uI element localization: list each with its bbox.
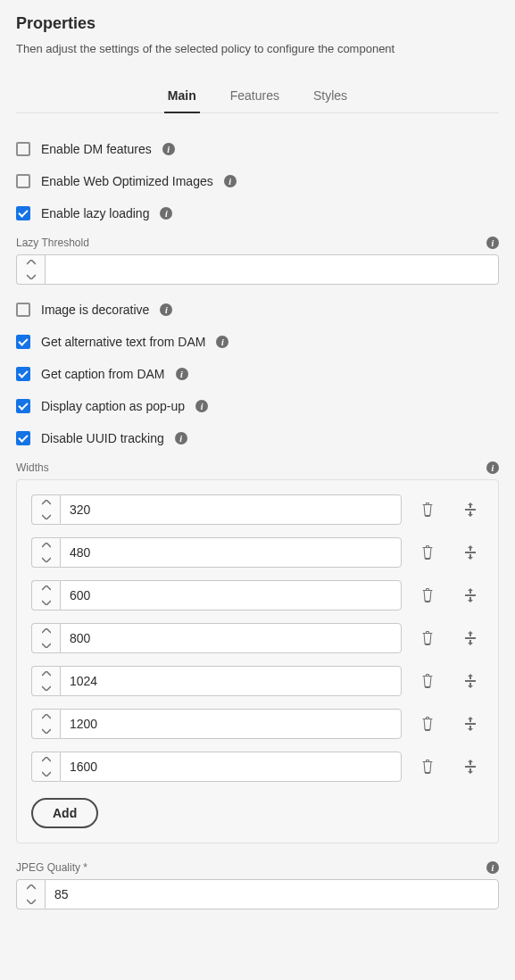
delete-button[interactable] [419, 759, 436, 775]
reorder-icon [462, 544, 478, 561]
width-input[interactable] [60, 623, 402, 653]
stepper-up-button[interactable] [32, 495, 60, 510]
chevron-up-icon [42, 714, 51, 719]
row-enable-lazy: Enable lazy loading i [16, 197, 499, 229]
stepper-down-button[interactable] [32, 595, 60, 610]
stepper-up-button[interactable] [32, 710, 60, 724]
delete-button[interactable] [419, 673, 436, 689]
delete-button[interactable] [419, 544, 436, 561]
chevron-up-icon [42, 500, 51, 505]
page-title: Properties [16, 14, 499, 33]
stepper-down-button[interactable] [32, 510, 60, 524]
info-icon[interactable]: i [224, 175, 237, 187]
checkbox-enable-lazy[interactable] [16, 206, 30, 220]
stepper-buttons [31, 537, 60, 568]
width-input[interactable] [60, 752, 402, 782]
checkbox-enable-web-opt[interactable] [16, 174, 30, 188]
stepper-down-button[interactable] [32, 638, 60, 652]
width-row [31, 709, 484, 739]
stepper-up-button[interactable] [32, 624, 60, 638]
reorder-icon [462, 630, 478, 646]
info-icon[interactable]: i [486, 461, 499, 474]
info-icon[interactable]: i [486, 237, 499, 249]
info-icon[interactable]: i [216, 336, 228, 348]
tab-features[interactable]: Features [227, 81, 283, 113]
stepper-up-button[interactable] [32, 667, 60, 681]
checkbox-caption-popup[interactable] [16, 399, 30, 413]
stepper-down-button[interactable] [32, 552, 60, 567]
row-caption-popup: Display caption as pop-up i [16, 390, 499, 422]
stepper-up-button[interactable] [32, 581, 60, 595]
label-disable-uuid: Disable UUID tracking [41, 431, 164, 445]
chevron-down-icon [42, 557, 51, 562]
delete-button[interactable] [419, 630, 436, 646]
delete-button[interactable] [419, 716, 436, 732]
width-input[interactable] [60, 580, 402, 610]
stepper-up-button[interactable] [17, 255, 45, 270]
stepper-buttons [16, 879, 45, 909]
checkbox-disable-uuid[interactable] [16, 431, 30, 445]
delete-button[interactable] [419, 502, 436, 518]
reorder-button[interactable] [462, 544, 478, 561]
trash-icon [419, 587, 436, 603]
width-input[interactable] [60, 494, 402, 525]
info-icon[interactable]: i [176, 368, 188, 380]
reorder-icon [462, 759, 478, 775]
checkbox-enable-dm[interactable] [16, 142, 30, 156]
stepper-up-button[interactable] [32, 752, 60, 767]
width-stepper [31, 752, 402, 782]
lazy-threshold-label: Lazy Threshold [16, 237, 89, 249]
chevron-down-icon [42, 514, 51, 519]
chevron-down-icon [42, 643, 51, 648]
label-decorative: Image is decorative [41, 303, 149, 317]
reorder-button[interactable] [462, 587, 478, 603]
info-icon[interactable]: i [160, 303, 172, 316]
stepper-buttons [31, 666, 60, 696]
stepper-down-button[interactable] [17, 894, 45, 909]
stepper-buttons [16, 254, 45, 285]
tab-main[interactable]: Main [164, 81, 200, 113]
label-enable-dm: Enable DM features [41, 142, 152, 156]
chevron-down-icon [42, 771, 51, 777]
tab-styles[interactable]: Styles [310, 81, 351, 113]
row-enable-dm: Enable DM features i [16, 133, 499, 165]
jpeg-quality-input[interactable] [45, 879, 499, 909]
stepper-down-button[interactable] [17, 270, 45, 284]
chevron-up-icon [42, 586, 51, 591]
width-stepper [31, 666, 402, 696]
lazy-threshold-input[interactable] [45, 254, 499, 285]
checkbox-alt-from-dam[interactable] [16, 335, 30, 349]
jpeg-quality-label: JPEG Quality * [16, 861, 87, 874]
stepper-buttons [31, 752, 60, 782]
reorder-button[interactable] [462, 502, 478, 518]
reorder-button[interactable] [462, 630, 478, 646]
checkbox-decorative[interactable] [16, 303, 30, 317]
trash-icon [419, 673, 436, 689]
stepper-up-button[interactable] [17, 880, 45, 894]
width-input[interactable] [60, 666, 402, 696]
label-enable-web-opt: Enable Web Optimized Images [41, 174, 213, 188]
reorder-button[interactable] [462, 759, 478, 775]
info-icon[interactable]: i [175, 432, 187, 444]
stepper-down-button[interactable] [32, 681, 60, 695]
width-stepper [31, 537, 402, 568]
row-caption-from-dam: Get caption from DAM i [16, 358, 499, 390]
stepper-buttons [31, 623, 60, 653]
info-icon[interactable]: i [195, 400, 208, 412]
width-input[interactable] [60, 537, 402, 568]
stepper-up-button[interactable] [32, 538, 60, 552]
info-icon[interactable]: i [162, 143, 175, 155]
widths-panel: Add [16, 479, 499, 843]
reorder-icon [462, 716, 478, 732]
width-input[interactable] [60, 709, 402, 739]
reorder-button[interactable] [462, 716, 478, 732]
add-button[interactable]: Add [31, 798, 98, 828]
stepper-down-button[interactable] [32, 724, 60, 738]
info-icon[interactable]: i [486, 861, 499, 874]
width-stepper [31, 709, 402, 739]
reorder-button[interactable] [462, 673, 478, 689]
checkbox-caption-from-dam[interactable] [16, 367, 30, 381]
delete-button[interactable] [419, 587, 436, 603]
stepper-down-button[interactable] [32, 767, 60, 781]
info-icon[interactable]: i [160, 207, 172, 220]
